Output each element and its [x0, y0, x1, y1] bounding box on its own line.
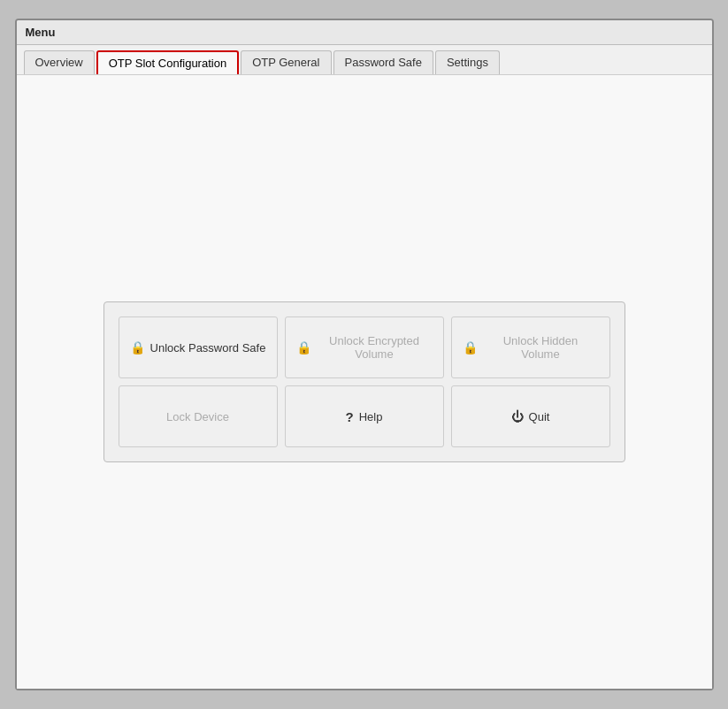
lock-hidden-icon: 🔒 — [463, 340, 478, 354]
main-window: Menu Overview OTP Slot Configuration OTP… — [15, 19, 714, 690]
window-title: Menu — [26, 26, 56, 39]
quit-button[interactable]: ⏻ Quit — [451, 385, 610, 447]
unlock-encrypted-volume-label: Unlock Encrypted Volume — [317, 334, 433, 361]
tab-otp-slot[interactable]: OTP Slot Configuration — [96, 50, 239, 74]
quit-label: Quit — [529, 410, 550, 423]
tab-password-safe[interactable]: Password Safe — [333, 50, 433, 74]
tab-content: 🔒 Unlock Password Safe 🔒 Unlock Encrypte… — [17, 75, 712, 689]
lock-device-label: Lock Device — [166, 410, 229, 423]
button-grid: 🔒 Unlock Password Safe 🔒 Unlock Encrypte… — [119, 316, 610, 447]
unlock-hidden-volume-button[interactable]: 🔒 Unlock Hidden Volume — [451, 316, 610, 378]
lock-device-button[interactable]: Lock Device — [119, 385, 278, 447]
unlock-encrypted-volume-button[interactable]: 🔒 Unlock Encrypted Volume — [285, 316, 444, 378]
lock-icon: 🔒 — [130, 340, 145, 354]
power-icon: ⏻ — [511, 409, 524, 423]
help-label: Help — [359, 410, 383, 423]
unlock-hidden-volume-label: Unlock Hidden Volume — [483, 334, 599, 361]
button-grid-container: 🔒 Unlock Password Safe 🔒 Unlock Encrypte… — [103, 301, 625, 462]
tab-settings[interactable]: Settings — [435, 50, 500, 74]
tab-overview[interactable]: Overview — [24, 50, 95, 74]
unlock-password-safe-label: Unlock Password Safe — [150, 341, 266, 354]
title-bar: Menu — [17, 20, 712, 45]
help-button[interactable]: ? Help — [285, 385, 444, 447]
tab-otp-general[interactable]: OTP General — [241, 50, 331, 74]
help-icon: ? — [346, 409, 354, 424]
lock-encrypted-icon: 🔒 — [296, 340, 311, 354]
unlock-password-safe-button[interactable]: 🔒 Unlock Password Safe — [119, 316, 278, 378]
tab-bar: Overview OTP Slot Configuration OTP Gene… — [17, 45, 712, 75]
